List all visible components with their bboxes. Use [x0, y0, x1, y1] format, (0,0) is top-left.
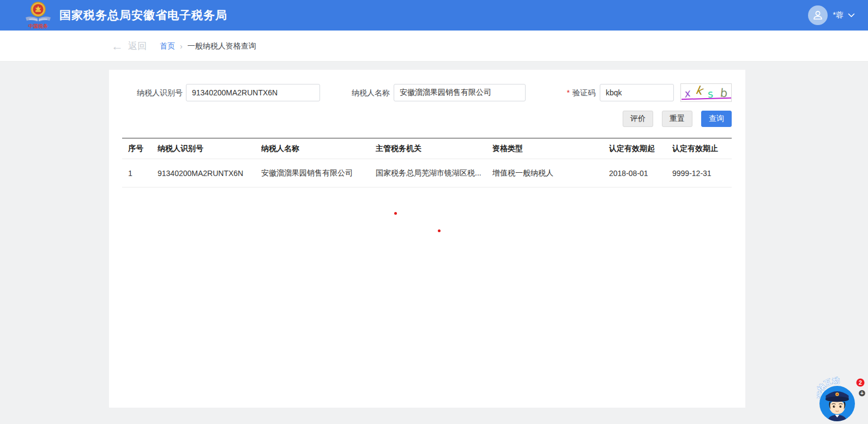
col-qualification: 资格类型 [492, 144, 609, 154]
taxpayer-id-label: 纳税人识别号 [109, 84, 183, 101]
col-valid-from: 认定有效期起 [609, 144, 672, 154]
svg-text:2: 2 [859, 379, 862, 386]
taxpayer-id-input[interactable] [186, 84, 320, 101]
back-arrow-icon: ← [111, 40, 123, 52]
breadcrumb-bar: ← 返回 首页 › 一般纳税人资格查询 [0, 31, 868, 62]
username[interactable]: *蓉 [833, 10, 843, 20]
cell-tax-authority: 国家税务总局芜湖市镜湖区税... [376, 168, 492, 178]
user-area: *蓉 [808, 0, 855, 31]
breadcrumb-current: 一般纳税人资格查询 [188, 41, 256, 51]
breadcrumb: 首页 › 一般纳税人资格查询 [160, 31, 256, 62]
action-buttons: 评价 重置 查询 [623, 111, 732, 127]
captcha-label-text: 验证码 [572, 88, 595, 97]
captcha-char: x [683, 88, 691, 99]
col-tax-authority: 主管税务机关 [376, 144, 492, 154]
required-mark: * [567, 88, 570, 97]
red-marker-dot [438, 229, 441, 232]
cell-taxpayer-name: 安徽溜溜果园销售有限公司 [261, 168, 376, 178]
captcha-input[interactable] [600, 84, 674, 101]
logo-text: 中国税务 [28, 23, 49, 29]
col-valid-to: 认定有效期止 [672, 144, 732, 154]
taxpayer-name-input[interactable] [394, 84, 526, 101]
cell-valid-from: 2018-08-01 [609, 169, 672, 178]
svg-text:+: + [860, 390, 864, 396]
breadcrumb-home-link[interactable]: 首页 [160, 41, 175, 51]
tax-bureau-logo-icon: 中国税务 [25, 1, 52, 29]
page: 中国税务 国家税务总局安徽省电子税务局 *蓉 ← 返回 首页 › 一般纳税人资格… [0, 0, 868, 424]
app-title: 国家税务总局安徽省电子税务局 [59, 8, 227, 23]
cell-taxpayer-id: 91340200MA2RUNTX6N [158, 169, 261, 178]
query-button[interactable]: 查询 [701, 111, 732, 127]
col-taxpayer-name: 纳税人名称 [261, 144, 376, 154]
taxpayer-name-label: 纳税人名称 [319, 84, 390, 101]
evaluate-button[interactable]: 评价 [623, 111, 653, 127]
chevron-down-icon[interactable] [848, 13, 855, 17]
red-marker-dot [394, 212, 397, 215]
captcha-char: k [695, 84, 703, 97]
user-icon [812, 10, 823, 21]
table-header-row: 序号 纳税人识别号 纳税人名称 主管税务机关 资格类型 认定有效期起 认定有效期… [122, 138, 732, 159]
cell-index: 1 [128, 169, 158, 178]
notification-badge: 2 [857, 379, 865, 387]
breadcrumb-separator: › [180, 42, 183, 51]
table-row: 1 91340200MA2RUNTX6N 安徽溜溜果园销售有限公司 国家税务总局… [122, 159, 732, 187]
captcha-label: *验证码 [539, 84, 595, 101]
avatar[interactable] [808, 5, 828, 25]
cell-qualification: 增值税一般纳税人 [492, 168, 609, 178]
col-index: 序号 [128, 144, 158, 154]
app-header: 中国税务 国家税务总局安徽省电子税务局 *蓉 [0, 0, 868, 31]
query-panel: 纳税人识别号 纳税人名称 *验证码 x k s b 评价 重置 查询 序号 纳税… [109, 70, 745, 408]
cell-valid-to: 9999-12-31 [672, 169, 732, 178]
interaction-widget[interactable]: 征纳互动 2 + [817, 371, 868, 423]
expand-plus-button[interactable]: + [859, 390, 865, 396]
back-button[interactable]: ← 返回 [111, 31, 147, 62]
col-taxpayer-id: 纳税人识别号 [158, 144, 261, 154]
captcha-image[interactable]: x k s b [680, 83, 732, 102]
reset-button[interactable]: 重置 [662, 111, 692, 127]
back-label: 返回 [128, 40, 147, 52]
result-table: 序号 纳税人识别号 纳税人名称 主管税务机关 资格类型 认定有效期起 认定有效期… [122, 138, 732, 187]
